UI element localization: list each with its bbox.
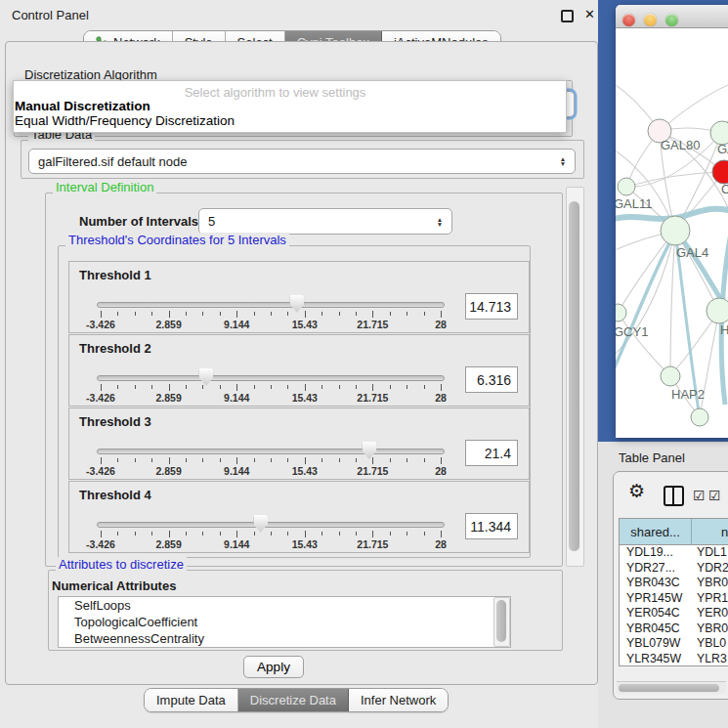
table-row[interactable]: YBR045CYBR0	[620, 621, 728, 637]
table-row[interactable]: YLR345WYLR3	[620, 652, 728, 667]
tick-mark	[356, 532, 357, 535]
network-node-gal4[interactable]	[661, 216, 690, 245]
network-node-h[interactable]	[707, 298, 728, 323]
gear-icon[interactable]: ⚙	[628, 482, 645, 500]
network-canvas[interactable]: GAL80GACGAL11GAL4GCY1HHAP2	[616, 28, 728, 438]
table-horizontal-scrollbar[interactable]	[617, 681, 726, 694]
control-panel-titlebar: Control Panel ✕	[0, 0, 606, 29]
threshold-value-field[interactable]: 14.713	[465, 293, 518, 320]
table-row[interactable]: YDR27...YDR2	[620, 561, 728, 577]
table-row[interactable]: YBL079WYBL0	[620, 636, 728, 652]
tick-label: 2.859	[155, 538, 181, 550]
tick-mark	[424, 532, 425, 535]
float-window-icon[interactable]	[561, 10, 574, 22]
checkbox-icon[interactable]: ☑	[693, 489, 706, 502]
scrollbar-thumb[interactable]	[496, 600, 506, 642]
zoom-traffic-light[interactable]	[665, 14, 678, 26]
tick-mark	[424, 312, 425, 316]
split-columns-icon[interactable]	[664, 486, 684, 506]
attribute-item[interactable]: BetweennessCentrality	[59, 630, 510, 647]
column-header-name[interactable]: n	[692, 519, 728, 544]
tick-mark	[271, 458, 272, 462]
network-node-c[interactable]	[712, 160, 728, 184]
table-panel-window: ⚙ ☑ ☑ shared... n YDL19...YDL1YDR27...YD…	[613, 471, 728, 700]
tick-mark	[186, 385, 187, 389]
tick-label: 21.715	[357, 538, 388, 550]
tick-mark	[390, 312, 391, 316]
threshold-slider-4[interactable]	[97, 517, 445, 531]
tick-mark	[339, 385, 340, 389]
tab-infer-network[interactable]: Infer Network	[349, 689, 448, 711]
tick-mark	[407, 312, 407, 316]
attribute-item[interactable]: SelfLoops	[59, 597, 510, 614]
number-of-intervals-label: Number of Intervals	[79, 214, 198, 229]
threshold-value-field[interactable]: 11.344	[465, 513, 518, 539]
tick-mark	[186, 312, 187, 316]
table-data-combobox[interactable]: galFiltered.sif default node ▲▼	[28, 149, 576, 174]
tick-label: 15.43	[292, 465, 318, 477]
dropdown-option-manual-discretization[interactable]: Manual Discretization	[15, 99, 150, 113]
tick-mark	[135, 312, 136, 316]
threshold-value-field[interactable]: 6.316	[465, 366, 518, 393]
table-row[interactable]: YPR145WYPR1	[620, 591, 728, 607]
tick-mark	[236, 311, 237, 318]
table-row[interactable]: YER054CYER0	[620, 606, 728, 621]
node-table-rows: YDL19...YDL1YDR27...YDR2YBR043CYBR0YPR14…	[620, 545, 728, 666]
threshold-box-3: Threshold 3 -3.4262.8599.14415.4321.7152…	[68, 407, 530, 480]
threshold-slider-1[interactable]	[97, 297, 445, 311]
threshold-box-4: Threshold 4 -3.4262.8599.14415.4321.7152…	[68, 481, 530, 553]
network-node[interactable]	[691, 408, 708, 426]
network-node-gcy1[interactable]	[616, 304, 626, 321]
tab-impute-data[interactable]: Impute Data	[145, 689, 238, 711]
tick-mark	[356, 312, 357, 316]
threshold-label: Threshold 4	[79, 488, 151, 502]
tab-discretize-data[interactable]: Discretize Data	[238, 689, 349, 711]
attribute-item[interactable]: TopologicalCoefficient	[59, 614, 510, 630]
checkbox-icon[interactable]: ☑	[708, 489, 721, 502]
scrollbar-thumb[interactable]	[619, 684, 719, 692]
column-header-shared-name[interactable]: shared...	[620, 519, 692, 544]
tick-mark	[236, 384, 237, 391]
minimize-traffic-light[interactable]	[644, 14, 657, 26]
close-icon[interactable]: ✕	[584, 7, 595, 21]
tick-mark	[305, 311, 306, 318]
tick-mark	[321, 385, 322, 389]
panel-title: Control Panel	[12, 8, 89, 22]
attributes-list-scrollbar[interactable]	[493, 597, 510, 647]
table-row[interactable]: YBR043CYBR0	[620, 576, 728, 591]
tick-mark	[424, 458, 425, 462]
apply-button[interactable]: Apply	[243, 656, 304, 678]
close-traffic-light[interactable]	[622, 14, 635, 26]
threshold-slider-3[interactable]	[97, 444, 445, 457]
tick-mark	[254, 532, 255, 535]
tick-mark	[321, 458, 322, 462]
tick-label: 21.715	[357, 465, 388, 477]
network-edge	[670, 231, 675, 376]
network-node-hap2[interactable]	[661, 366, 680, 386]
tick-label: -3.426	[86, 392, 115, 404]
tick-label: 21.715	[357, 392, 388, 404]
tick-mark	[271, 312, 272, 316]
tick-mark	[339, 312, 340, 316]
scrollbar-thumb[interactable]	[569, 201, 579, 551]
tick-mark	[407, 385, 407, 389]
tick-mark	[407, 458, 407, 462]
threshold-slider-2[interactable]	[97, 370, 445, 384]
number-of-intervals-combobox[interactable]: 5 ▲▼	[198, 208, 452, 235]
control-panel-body: Discretization Algorithm ▲▼ Table Data g…	[5, 41, 598, 685]
table-row[interactable]: YDL19...YDL1	[620, 545, 728, 561]
tick-mark	[441, 311, 442, 318]
tick-mark	[186, 532, 187, 535]
dropdown-option-equal-width-frequency[interactable]: Equal Width/Frequency Discretization	[15, 113, 235, 128]
network-node-gal11[interactable]	[618, 178, 635, 195]
tick-label: 28	[435, 465, 447, 477]
tick-mark	[254, 385, 255, 389]
tick-mark	[287, 532, 288, 535]
threshold-value-field[interactable]: 21.4	[465, 440, 518, 466]
threshold-box-2: Threshold 2 -3.4262.8599.14415.4321.7152…	[68, 334, 530, 407]
tick-mark	[441, 531, 442, 537]
tick-label: 2.859	[155, 319, 181, 330]
network-window-titlebar	[616, 5, 728, 28]
content-vertical-scrollbar[interactable]	[566, 187, 584, 567]
numerical-attributes-list: SelfLoopsTopologicalCoefficientBetweenne…	[58, 596, 511, 648]
